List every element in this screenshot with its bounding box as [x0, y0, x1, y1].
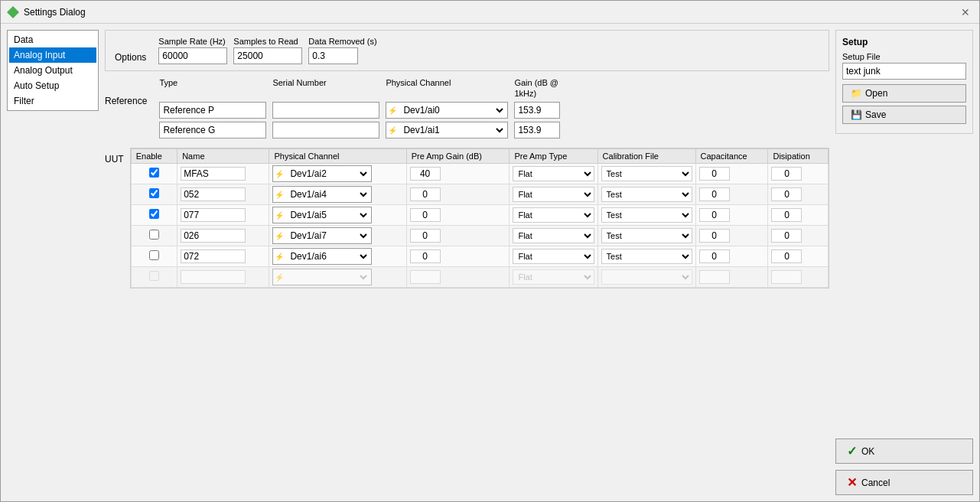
gain-input-4[interactable] — [410, 249, 441, 263]
capacitance-input-1[interactable] — [699, 187, 730, 201]
capacitance-cell-4 — [695, 246, 768, 267]
channel-select-3[interactable]: Dev1/ai7 — [285, 228, 370, 243]
channel-select-0[interactable]: Dev1/ai2 — [285, 166, 370, 181]
capacitance-input-2[interactable] — [699, 208, 730, 222]
pre-amp-type-select-2[interactable]: Flat — [513, 207, 594, 223]
uut-label: UUT — [105, 154, 124, 165]
ref-type-input-1[interactable] — [159, 102, 266, 119]
name-cell-3 — [177, 226, 269, 246]
ref-type-input-2[interactable] — [159, 122, 266, 139]
uut-scroll-area[interactable]: Enable Name Physical Channel Pre Amp Gai… — [131, 148, 829, 288]
enable-checkbox-4[interactable] — [149, 250, 159, 260]
name-input-5[interactable] — [181, 270, 246, 284]
ref-serial-input-2[interactable] — [272, 122, 379, 139]
pre-amp-type-cell-2: Flat — [510, 205, 597, 226]
dissipation-input-2[interactable] — [771, 208, 802, 222]
table-row: ⚡Dev1/ai4FlatTest — [131, 184, 828, 205]
setup-file-input[interactable] — [842, 63, 966, 80]
gain-input-0[interactable] — [410, 167, 441, 181]
channel-cell-3: ⚡Dev1/ai7 — [269, 226, 406, 246]
dissipation-input-1[interactable] — [771, 187, 802, 201]
channel-select-2[interactable]: Dev1/ai5 — [285, 207, 370, 223]
col-pre-amp-type: Pre Amp Type — [510, 149, 597, 164]
data-removed-label: Data Removed (s) — [308, 37, 376, 46]
reference-header: Type Serial Number Physical Channel Gain… — [159, 77, 575, 99]
sample-rate-input[interactable] — [158, 47, 227, 64]
close-button[interactable]: ✕ — [958, 5, 973, 20]
open-button[interactable]: 📁 Open — [842, 84, 966, 103]
enable-checkbox-5[interactable] — [149, 271, 159, 281]
gain-input-5[interactable] — [410, 270, 441, 284]
enable-checkbox-0[interactable] — [149, 168, 159, 178]
ref-gain-input-2[interactable] — [514, 122, 560, 139]
reference-content: Type Serial Number Physical Channel Gain… — [159, 77, 575, 142]
nav-item-analog-input[interactable]: Analog Input — [9, 47, 96, 63]
nav-item-data[interactable]: Data — [9, 32, 96, 47]
ref-gain-input-1[interactable] — [514, 102, 560, 119]
enable-checkbox-1[interactable] — [149, 188, 159, 198]
col-calibration-file: Calibration File — [597, 149, 695, 164]
dissipation-input-0[interactable] — [771, 167, 802, 181]
pre-amp-type-select-3[interactable]: Flat — [513, 228, 594, 243]
gain-input-3[interactable] — [410, 229, 441, 243]
pre-amp-type-select-4[interactable]: Flat — [513, 249, 594, 264]
name-input-0[interactable] — [181, 167, 246, 181]
calibration-select-2[interactable]: Test — [601, 207, 692, 223]
gain-input-1[interactable] — [410, 187, 441, 201]
samples-to-read-group: Samples to Read — [233, 37, 302, 64]
nav-item-auto-setup[interactable]: Auto Setup — [9, 78, 96, 93]
setup-file-label: Setup File — [842, 52, 966, 61]
nav-item-filter[interactable]: Filter — [9, 93, 96, 109]
data-removed-input[interactable] — [308, 47, 358, 64]
enable-cell-4 — [131, 246, 177, 267]
pre-amp-type-select-1[interactable]: Flat — [513, 187, 594, 202]
dissipation-input-3[interactable] — [771, 229, 802, 243]
channel-cell-4: ⚡Dev1/ai6 — [269, 246, 406, 267]
pre-amp-type-select-5[interactable]: Flat — [513, 269, 594, 285]
ref-channel-select-2[interactable]: Dev1/ai1 Dev1/ai0 Dev1/ai2 — [399, 122, 506, 138]
pre-amp-type-select-0[interactable]: Flat — [513, 166, 594, 181]
pre-amp-type-cell-0: Flat — [510, 164, 597, 184]
channel-select-4[interactable]: Dev1/ai6 — [285, 249, 370, 264]
capacitance-input-4[interactable] — [699, 249, 730, 263]
capacitance-input-3[interactable] — [699, 229, 730, 243]
pre-amp-type-cell-5: Flat — [510, 267, 597, 288]
enable-checkbox-3[interactable] — [149, 230, 159, 240]
nav-item-analog-output[interactable]: Analog Output — [9, 63, 96, 78]
name-input-3[interactable] — [181, 229, 246, 243]
ref-channel-select-1[interactable]: Dev1/ai0 Dev1/ai1 Dev1/ai2 — [399, 103, 506, 118]
channel-select-1[interactable]: Dev1/ai4 — [285, 187, 370, 202]
channel-container-2: ⚡Dev1/ai5 — [272, 207, 372, 223]
ok-button[interactable]: ✓ OK — [835, 438, 973, 464]
options-section: Options Sample Rate (Hz) Samples to Read… — [105, 30, 829, 71]
right-panel: Setup Setup File 📁 Open 💾 Save ✓ OK ✕ — [835, 30, 973, 495]
calibration-select-1[interactable]: Test — [601, 187, 692, 202]
ref-serial-input-1[interactable] — [272, 102, 379, 119]
col-dissipation: Disipation — [768, 149, 829, 164]
capacitance-input-5[interactable] — [699, 270, 730, 284]
dissipation-input-5[interactable] — [771, 270, 802, 284]
gain-cell-1 — [406, 184, 510, 205]
calibration-select-0[interactable]: Test — [601, 166, 692, 181]
calibration-select-5[interactable] — [601, 269, 692, 285]
calibration-select-3[interactable]: Test — [601, 228, 692, 243]
save-button[interactable]: 💾 Save — [842, 106, 966, 124]
capacitance-input-0[interactable] — [699, 167, 730, 181]
open-label: Open — [865, 88, 887, 99]
dissipation-input-4[interactable] — [771, 249, 802, 263]
reference-row-2: ⚡ Dev1/ai1 Dev1/ai0 Dev1/ai2 — [159, 122, 575, 139]
name-input-4[interactable] — [181, 249, 246, 263]
enable-checkbox-2[interactable] — [149, 209, 159, 219]
cancel-button[interactable]: ✕ Cancel — [835, 470, 973, 495]
channel-icon-uut-2: ⚡ — [275, 211, 284, 220]
uut-table: Enable Name Physical Channel Pre Amp Gai… — [131, 148, 829, 288]
name-input-2[interactable] — [181, 208, 246, 222]
calibration-select-4[interactable]: Test — [601, 249, 692, 264]
name-cell-1 — [177, 184, 269, 205]
name-input-1[interactable] — [181, 187, 246, 201]
samples-to-read-input[interactable] — [233, 47, 302, 64]
gain-input-2[interactable] — [410, 208, 441, 222]
gain-cell-3 — [406, 226, 510, 246]
channel-icon-uut-5: ⚡ — [275, 273, 284, 282]
capacitance-cell-1 — [695, 184, 768, 205]
